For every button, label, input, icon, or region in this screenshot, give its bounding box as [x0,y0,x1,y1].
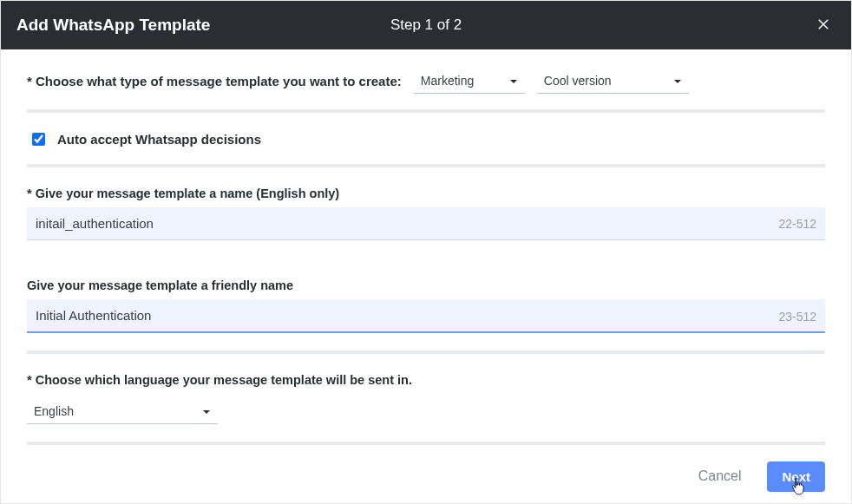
language-row: * Choose which language your message tem… [27,373,825,424]
template-name-field-wrap: 22-512 [27,207,825,240]
variant-select-wrap: Cool version [537,69,689,94]
separator [27,164,825,167]
type-row: * Choose what type of message template y… [27,69,825,94]
friendly-name-row: Give your message template a friendly na… [27,278,825,333]
friendly-name-field-wrap: 23-512 [27,299,825,333]
template-name-row: * Give your message template a name (Eng… [27,187,825,240]
dialog-title: Add WhatsApp Template [16,16,210,35]
close-icon [816,16,831,35]
auto-accept-row: Auto accept Whatsapp decisions [27,132,825,147]
cancel-button[interactable]: Cancel [698,468,742,484]
language-select-wrap: English [27,399,218,424]
friendly-name-label: Give your message template a friendly na… [27,278,825,292]
separator [27,442,825,445]
template-name-label: * Give your message template a name (Eng… [27,187,825,200]
spacer [27,258,825,278]
friendly-name-counter: 23-512 [778,310,816,324]
close-button[interactable] [811,13,836,37]
variant-select[interactable]: Cool version [537,69,689,94]
language-select[interactable]: English [27,399,218,424]
dialog-footer: Cancel Next [1,455,851,503]
auto-accept-checkbox[interactable] [32,133,45,146]
step-indicator: Step 1 of 2 [390,16,462,34]
dialog-body: * Choose what type of message template y… [1,49,851,455]
friendly-name-input[interactable] [27,299,825,333]
separator [27,350,825,354]
auto-accept-label: Auto accept Whatsapp decisions [57,132,261,147]
template-name-counter: 22-512 [778,217,816,231]
language-label: * Choose which language your message tem… [27,373,825,387]
message-type-select-wrap: Marketing [414,69,525,94]
dialog-header: Add WhatsApp Template Step 1 of 2 [1,1,851,49]
type-label: * Choose what type of message template y… [27,74,402,88]
message-type-select[interactable]: Marketing [414,69,525,94]
add-whatsapp-template-dialog: Add WhatsApp Template Step 1 of 2 * Choo… [0,0,852,504]
next-button[interactable]: Next [767,461,825,492]
template-name-input[interactable] [27,207,825,240]
separator [27,109,825,113]
